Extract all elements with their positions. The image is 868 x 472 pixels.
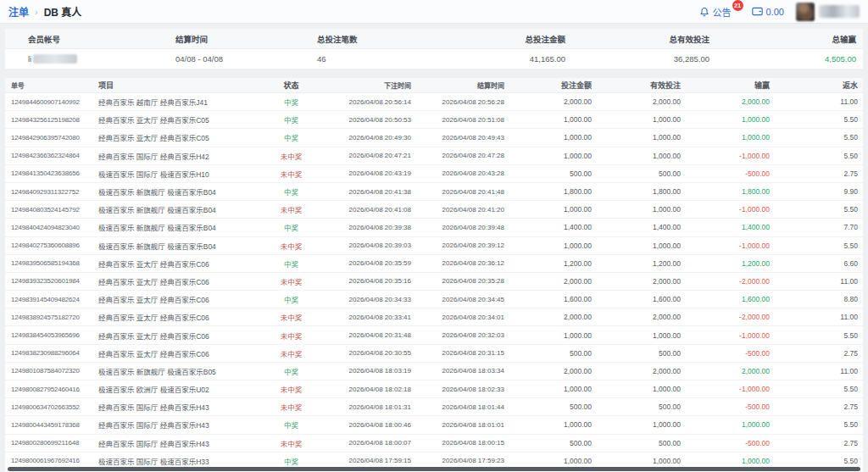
summary-col-total-valid: 总有效投注 bbox=[572, 33, 716, 45]
account-prefix: li bbox=[28, 54, 31, 64]
topbar-right: 公告 21 0.00 bbox=[699, 0, 860, 23]
status-badge: 中奖 bbox=[259, 258, 323, 269]
bet-amount-cell: 1,400.00 bbox=[509, 223, 598, 231]
item-cell: 经典百家乐 亚太厅 经典百家乐C06 bbox=[90, 258, 259, 269]
settle-time-cell: 2026/04/08 20:41:48 bbox=[416, 188, 509, 196]
settle-time-cell: 2026/04/08 20:39:48 bbox=[416, 224, 509, 231]
rebate-cell: 6.60 bbox=[776, 259, 863, 268]
settle-time-cell: 2026/04/08 20:51:08 bbox=[416, 116, 509, 124]
summary-value-row: li 04/08 - 04/08 46 41,165.00 36,285.00 … bbox=[5, 49, 863, 69]
breadcrumb-link-orders[interactable]: 注单 bbox=[8, 4, 29, 19]
bet-time-cell: 2026/04/08 18:02:18 bbox=[323, 386, 416, 393]
table-row: 1249840803524145792 极速百家乐 新旗舰厅 极速百家乐B04 … bbox=[5, 201, 863, 219]
order-id-cell: 1249840803524145792 bbox=[5, 206, 90, 214]
valid-bet-cell: 500.00 bbox=[598, 403, 687, 411]
rebate-cell: 11.00 bbox=[776, 277, 863, 286]
settle-time-cell: 2026/04/08 20:56:28 bbox=[416, 98, 509, 106]
bet-time-cell: 2026/04/08 20:50:53 bbox=[323, 116, 416, 124]
announcement-badge: 21 bbox=[732, 0, 743, 11]
rebate-cell: 7.70 bbox=[776, 223, 863, 231]
item-cell: 极速百家乐 新旗舰厅 极速百家乐B04 bbox=[90, 222, 259, 232]
valid-bet-cell: 2,000.00 bbox=[598, 367, 687, 375]
bet-amount-cell: 1,000.00 bbox=[509, 242, 598, 250]
winloss-cell: -1,000.00 bbox=[687, 242, 776, 250]
status-badge: 未中奖 bbox=[259, 384, 323, 394]
user-menu[interactable] bbox=[796, 3, 860, 21]
order-id-cell: 1249841350423638656 bbox=[5, 169, 90, 177]
bet-amount-cell: 500.00 bbox=[509, 439, 598, 447]
rebate-cell: 11.00 bbox=[776, 367, 863, 375]
rebate-cell: 5.50 bbox=[776, 152, 863, 160]
bet-amount-cell: 500.00 bbox=[509, 349, 598, 358]
summary-settle-range: 04/08 - 04/08 bbox=[153, 54, 294, 64]
status-badge: 未中奖 bbox=[259, 276, 323, 286]
valid-bet-cell: 2,000.00 bbox=[598, 277, 687, 286]
item-cell: 经典百家乐 亚太厅 经典百家乐C06 bbox=[90, 276, 259, 286]
settle-time-cell: 2026/04/08 20:36:12 bbox=[416, 259, 509, 267]
table-row: 1249839323520601984 经典百家乐 亚太厅 经典百家乐C06 未… bbox=[5, 273, 863, 291]
settle-time-cell: 2026/04/08 20:43:28 bbox=[416, 169, 509, 177]
rebate-cell: 5.50 bbox=[776, 385, 863, 393]
winloss-cell: 1,400.00 bbox=[687, 223, 776, 231]
summary-header-row: 会员帐号 结算时间 总投注笔数 总投注金额 总有效投注 总输赢 bbox=[5, 29, 863, 49]
status-badge: 未中奖 bbox=[259, 151, 323, 161]
winloss-cell: 2,000.00 bbox=[687, 97, 776, 106]
bet-time-cell: 2026/04/08 20:43:19 bbox=[323, 169, 416, 177]
table-row: 1249841350423638656 极速百家乐 国际厅 极速百家乐H10 未… bbox=[5, 165, 863, 183]
order-id-cell: 1249840275360608896 bbox=[5, 242, 90, 249]
rebate-cell: 5.50 bbox=[776, 420, 863, 429]
breadcrumb: 注单 › DB 真人 bbox=[8, 4, 81, 19]
username-redacted bbox=[819, 5, 860, 18]
status-badge: 中奖 bbox=[259, 222, 323, 232]
settle-time-cell: 2026/04/08 20:47:28 bbox=[416, 152, 509, 159]
horizontal-scrollbar-thumb[interactable] bbox=[8, 467, 860, 471]
rebate-cell: 2.75 bbox=[776, 169, 863, 178]
valid-bet-cell: 500.00 bbox=[598, 349, 687, 358]
status-badge: 未中奖 bbox=[259, 241, 323, 251]
valid-bet-cell: 1,000.00 bbox=[598, 133, 687, 142]
order-id-cell: 1249800443459178368 bbox=[5, 421, 90, 429]
bet-time-cell: 2026/04/08 20:30:55 bbox=[323, 349, 416, 357]
item-cell: 极速百家乐 国际厅 极速百家乐H33 bbox=[90, 456, 259, 466]
order-id-cell: 1249800634702663552 bbox=[5, 403, 90, 411]
table-row: 1249838230988296064 经典百家乐 亚太厅 经典百家乐C06 未… bbox=[5, 345, 863, 363]
bet-time-cell: 2026/04/08 20:41:08 bbox=[323, 206, 416, 214]
order-id-cell: 1249840424094823040 bbox=[5, 224, 90, 231]
winloss-cell: 1,000.00 bbox=[687, 115, 776, 124]
summary-account: li bbox=[5, 54, 153, 64]
table-row: 1249839506585194368 经典百家乐 亚太厅 经典百家乐C06 中… bbox=[5, 255, 863, 273]
status-badge: 中奖 bbox=[259, 97, 323, 107]
winloss-cell: -1,000.00 bbox=[687, 385, 776, 393]
summary-col-settle-time: 结算时间 bbox=[153, 33, 294, 45]
valid-bet-cell: 1,000.00 bbox=[598, 385, 687, 393]
status-badge: 中奖 bbox=[259, 419, 323, 430]
bet-time-cell: 2026/04/08 18:00:46 bbox=[323, 421, 416, 429]
status-badge: 未中奖 bbox=[259, 402, 323, 412]
winloss-cell: 1,000.00 bbox=[687, 457, 776, 465]
bet-amount-cell: 2,000.00 bbox=[509, 313, 598, 321]
announcement-button[interactable]: 公告 21 bbox=[699, 5, 732, 19]
winloss-cell: 1,600.00 bbox=[687, 295, 776, 303]
rebate-cell: 2.75 bbox=[776, 403, 863, 411]
valid-bet-cell: 1,200.00 bbox=[598, 259, 687, 268]
status-badge: 未中奖 bbox=[259, 330, 323, 341]
settle-time-cell: 2026/04/08 20:32:03 bbox=[416, 331, 509, 339]
rebate-cell: 5.50 bbox=[776, 331, 863, 340]
summary-card: 会员帐号 结算时间 总投注笔数 总投注金额 总有效投注 总输赢 li 04/08… bbox=[5, 29, 863, 69]
col-winloss: 输赢 bbox=[687, 80, 776, 91]
summary-total-bet: 41,165.00 bbox=[430, 54, 572, 64]
table-row: 1249839145409482624 经典百家乐 亚太厅 经典百家乐C06 中… bbox=[5, 291, 863, 308]
bet-amount-cell: 1,000.00 bbox=[509, 115, 598, 124]
bet-time-cell: 2026/04/08 17:59:15 bbox=[323, 457, 416, 464]
bet-amount-cell: 1,800.00 bbox=[509, 187, 598, 196]
valid-bet-cell: 500.00 bbox=[598, 439, 687, 447]
bets-table: 单号 项目 状态 下注时间 结算时间 投注金额 有效投注 输赢 返水 12498… bbox=[5, 78, 863, 472]
wallet-button[interactable]: 0.00 bbox=[752, 7, 784, 17]
rebate-cell: 11.00 bbox=[776, 313, 863, 321]
table-row: 1249800280699211648 经典百家乐 国际厅 经典百家乐H43 未… bbox=[5, 435, 863, 453]
item-cell: 极速百家乐 国际厅 极速百家乐H10 bbox=[90, 169, 259, 179]
winloss-cell: 2,000.00 bbox=[687, 367, 776, 375]
table-row: 1249843256125198208 经典百家乐 亚太厅 经典百家乐C05 中… bbox=[5, 111, 863, 129]
order-id-cell: 1249842366362324864 bbox=[5, 152, 90, 159]
col-status: 状态 bbox=[259, 80, 323, 91]
